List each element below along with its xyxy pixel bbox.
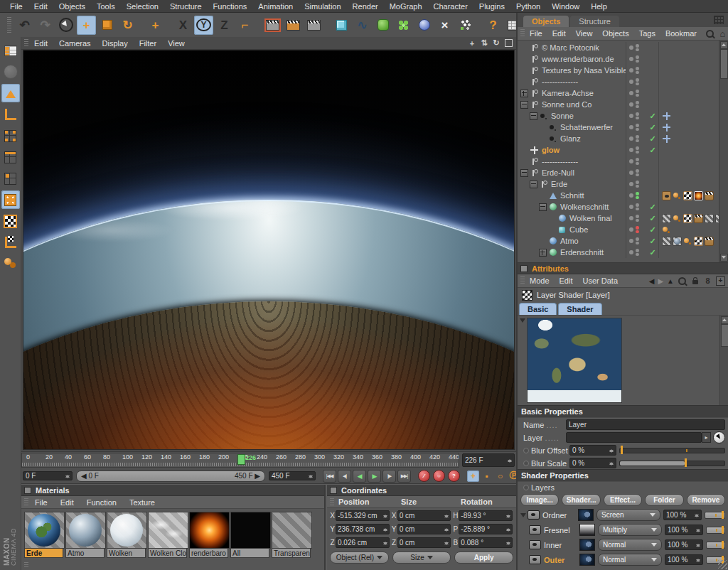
visibility-dots[interactable]: [626, 144, 647, 156]
layer-visibility-icon[interactable]: [528, 510, 540, 520]
tree-row-schnitt[interactable]: Schnitt: [518, 190, 719, 201]
enabled-check[interactable]: ✓: [647, 248, 658, 257]
viewport-dolly-icon[interactable]: ⇅: [479, 38, 489, 48]
menu-render[interactable]: Render: [347, 2, 384, 11]
material-item-erde[interactable]: Erde: [24, 512, 63, 558]
edges-mode-icon[interactable]: [1, 148, 20, 166]
viewport-menu-filter[interactable]: Filter: [134, 39, 162, 48]
play-backward-button[interactable]: ◀: [353, 470, 366, 483]
menu-help[interactable]: Help: [585, 2, 613, 11]
menu-python[interactable]: Python: [510, 2, 546, 11]
render-settings-icon[interactable]: [284, 16, 303, 35]
lock-z-axis-icon[interactable]: Z: [215, 16, 234, 35]
menu-functions[interactable]: Functions: [208, 2, 253, 11]
target-tag-icon[interactable]: [662, 123, 671, 132]
materials-window-icon[interactable]: [24, 487, 31, 494]
tree-row-erde-null[interactable]: Erde-Null: [518, 167, 719, 178]
checker-tag-icon[interactable]: [683, 214, 692, 223]
window-layout-icon[interactable]: [714, 16, 724, 24]
key-scale-toggle[interactable]: ▪: [481, 470, 493, 482]
expander-icon[interactable]: [530, 112, 537, 120]
menu-selection[interactable]: Selection: [121, 2, 164, 11]
layer-opacity-field[interactable]: 100 %: [663, 510, 702, 520]
checker-tag-icon[interactable]: [694, 237, 703, 246]
visibility-dots[interactable]: [626, 87, 647, 99]
record-keyframe-button[interactable]: ⁄: [418, 470, 430, 482]
help-icon[interactable]: ?: [483, 16, 503, 35]
visibility-dots[interactable]: [626, 178, 647, 190]
visibility-dots[interactable]: [626, 65, 647, 76]
expander-icon[interactable]: [520, 90, 528, 97]
scroll-down-icon[interactable]: [720, 254, 728, 262]
size-z-field[interactable]: 0 cm: [397, 537, 451, 548]
last-tool-move-axis-icon[interactable]: +: [146, 16, 165, 35]
record-options-button[interactable]: ?: [448, 470, 460, 482]
object-axis-mode-icon[interactable]: [1, 105, 20, 124]
timeline-ruler[interactable]: 0204060801001201401601802002202402602803…: [21, 453, 459, 468]
folder-expand-icon[interactable]: [520, 513, 526, 520]
menu-edit[interactable]: Edit: [28, 2, 53, 11]
size-mode-dropdown[interactable]: Size: [392, 552, 451, 564]
play-forward-button[interactable]: ▶: [368, 470, 381, 483]
autokey-toggle-button[interactable]: ○: [433, 470, 445, 482]
visibility-dots[interactable]: [626, 110, 647, 122]
menu-tools[interactable]: Tools: [91, 2, 121, 11]
menu-simulation[interactable]: Simulation: [299, 2, 346, 11]
current-frame-spinner[interactable]: [507, 457, 512, 464]
blend-mode-dropdown[interactable]: Screen: [596, 509, 660, 521]
viewport-orbit-icon[interactable]: ↻: [491, 38, 501, 48]
coordinates-window-icon[interactable]: [330, 487, 337, 494]
stripes-tag-icon[interactable]: [662, 237, 671, 246]
points-mode-icon[interactable]: [1, 127, 20, 145]
position-y-field[interactable]: 236.738 cm: [336, 524, 390, 534]
rotation-h-field[interactable]: -89.93 °: [459, 510, 513, 521]
lock-y-axis-icon[interactable]: Y: [194, 16, 213, 35]
om-menu-file[interactable]: File: [525, 29, 547, 38]
shader-layer-outer[interactable]: OuterNormal100 %: [518, 552, 728, 567]
clap-tag-icon[interactable]: [705, 191, 714, 200]
tree-row-atmo[interactable]: Atmo✓: [518, 235, 719, 247]
rotation-p-field[interactable]: -25.889 °: [459, 524, 513, 534]
search-icon[interactable]: [705, 29, 714, 38]
blur-scale-field[interactable]: 0 %: [569, 458, 616, 468]
render-menu-icon[interactable]: [304, 16, 323, 35]
layer-opacity-field[interactable]: 100 %: [665, 554, 703, 565]
add-symmetry-icon[interactable]: ×: [435, 16, 454, 35]
layer-visibility-icon[interactable]: [529, 555, 541, 564]
menu-character[interactable]: Character: [428, 2, 473, 11]
tree-row-textures-by-nasa-visible-eart[interactable]: Textures by Nasa Visible Eart: [518, 65, 719, 76]
size-y-field[interactable]: 0 cm: [397, 524, 451, 534]
tree-row-wolkenschnitt[interactable]: Wolkenschnitt✓: [518, 201, 719, 213]
coordinate-system-icon[interactable]: ⌐: [235, 16, 255, 35]
button-shader[interactable]: Shader...: [562, 494, 600, 506]
home-icon[interactable]: ⌂: [718, 29, 727, 38]
button-effect[interactable]: Effect...: [604, 494, 642, 506]
name-field[interactable]: Layer: [566, 419, 725, 430]
expander-icon[interactable]: [539, 203, 547, 211]
tree-row-wolken-final[interactable]: Wolken final✓: [518, 213, 719, 224]
make-editable-disabled-icon[interactable]: [1, 63, 20, 81]
om-menu-view[interactable]: View: [571, 29, 598, 38]
layer-picker-icon[interactable]: [713, 431, 725, 443]
tree-row-glow[interactable]: glow✓: [518, 144, 719, 156]
tree-row-www-renderbaron-de[interactable]: www.renderbaron.de: [518, 53, 719, 65]
add-particles-icon[interactable]: [456, 16, 475, 35]
layer-visibility-icon[interactable]: [529, 540, 541, 549]
visibility-dots[interactable]: [626, 76, 647, 87]
shader-layer-fresnel[interactable]: FresnelMultiply100 %: [518, 522, 728, 537]
materials-menu-edit[interactable]: Edit: [54, 498, 80, 507]
tab-structure[interactable]: Structure: [570, 16, 619, 27]
display-tag-icon[interactable]: [662, 191, 671, 200]
attributes-scrollbar[interactable]: [719, 316, 728, 405]
range-start-field[interactable]: 0 F: [23, 471, 73, 480]
spheres-tag-icon[interactable]: [673, 191, 682, 200]
menu-file[interactable]: File: [4, 2, 28, 11]
attributes-menu-edit[interactable]: Edit: [555, 276, 578, 285]
key-rotation-toggle[interactable]: ○: [494, 470, 506, 482]
shader-layer-inner[interactable]: InnerNormal100 %: [518, 537, 728, 552]
expander-icon[interactable]: [520, 101, 528, 109]
tree-row--[interactable]: --------------: [518, 76, 719, 87]
object-tree-scrollbar[interactable]: [719, 41, 728, 262]
viewport-menu-cameras[interactable]: Cameras: [53, 39, 97, 48]
tree-row--marc-potocnik[interactable]: © Marc Potocnik: [518, 42, 719, 53]
